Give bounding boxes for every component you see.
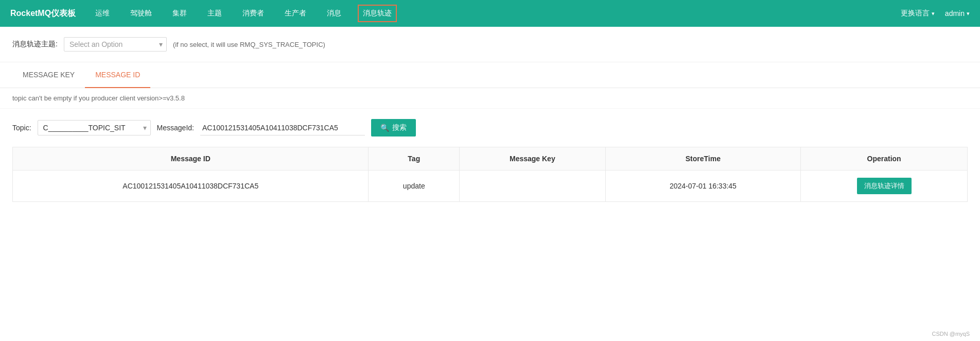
topic-label: Topic: (12, 124, 31, 132)
footer: CSDN @myqS (923, 329, 978, 339)
nav-item-jiqun[interactable]: 集群 (168, 1, 191, 26)
admin-chevron-icon: ▾ (967, 10, 970, 17)
topic-bar-label: 消息轨迹主题: (12, 40, 58, 49)
topic-value-select[interactable]: C__________TOPIC_SIT (38, 120, 151, 135)
nav-item-yunwei[interactable]: 运维 (91, 1, 114, 26)
nav-item-jiashicang[interactable]: 驾驶舱 (126, 1, 156, 26)
lang-chevron-icon: ▾ (932, 10, 935, 17)
footer-text: CSDN @myqS (932, 331, 970, 337)
notice-text: topic can't be empty if you producer cli… (12, 94, 185, 102)
results-table: Message ID Tag Message Key StoreTime Ope… (12, 147, 968, 202)
nav-items: 运维 驾驶舱 集群 主题 消费者 生产者 消息 消息轨迹 (91, 1, 901, 26)
nav-item-zhuti[interactable]: 主题 (203, 1, 226, 26)
table-header-row: Message ID Tag Message Key StoreTime Ope… (13, 147, 968, 170)
topic-bar: 消息轨迹主题: Select an Option (if no select, … (0, 27, 980, 62)
nav-item-shengchanzhe[interactable]: 生产者 (281, 1, 310, 26)
main-content: 消息轨迹主题: Select an Option (if no select, … (0, 27, 980, 341)
table-container: Message ID Tag Message Key StoreTime Ope… (0, 147, 980, 214)
cell-message-id: AC100121531405A10411038DCF731CA5 (13, 170, 369, 202)
messageid-label: MessageId: (157, 124, 194, 132)
topic-trace-select[interactable]: Select an Option (64, 37, 167, 52)
nav-item-xiaoxi[interactable]: 消息 (323, 1, 345, 26)
cell-operation: 消息轨迹详情 (801, 170, 968, 202)
tab-message-id[interactable]: MESSAGE ID (85, 62, 150, 88)
navbar: RocketMQ仪表板 运维 驾驶舱 集群 主题 消费者 生产者 消息 消息轨迹… (0, 0, 980, 27)
col-operation: Operation (801, 147, 968, 170)
admin-label: admin (945, 9, 965, 18)
admin-menu[interactable]: admin ▾ (945, 9, 970, 18)
col-message-id: Message ID (13, 147, 369, 170)
topic-hint: (if no select, it will use RMQ_SYS_TRACE… (173, 41, 325, 48)
brand-logo: RocketMQ仪表板 (10, 8, 76, 19)
lang-switcher[interactable]: 更换语言 ▾ (901, 9, 935, 18)
tabs-container: MESSAGE KEY MESSAGE ID (0, 62, 980, 88)
topic-input-wrapper: C__________TOPIC_SIT (38, 120, 151, 135)
col-store-time: StoreTime (605, 147, 801, 170)
search-button[interactable]: 🔍 搜索 (371, 119, 416, 137)
cell-tag: update (369, 170, 460, 202)
table-row: AC100121531405A10411038DCF731CA5 update … (13, 170, 968, 202)
search-icon: 🔍 (380, 124, 389, 132)
messageid-input[interactable] (200, 121, 365, 135)
lang-label: 更换语言 (901, 9, 930, 18)
navbar-right: 更换语言 ▾ admin ▾ (901, 9, 970, 18)
tab-message-key[interactable]: MESSAGE KEY (12, 62, 85, 88)
trace-detail-button[interactable]: 消息轨迹详情 (857, 178, 912, 194)
nav-item-xiaofeizhe[interactable]: 消费者 (238, 1, 268, 26)
cell-store-time: 2024-07-01 16:33:45 (605, 170, 801, 202)
nav-item-xiaoxiguitrace[interactable]: 消息轨迹 (358, 5, 397, 22)
col-message-key: Message Key (460, 147, 606, 170)
search-bar: Topic: C__________TOPIC_SIT MessageId: 🔍… (0, 109, 980, 147)
cell-message-key (460, 170, 606, 202)
notice-bar: topic can't be empty if you producer cli… (0, 88, 980, 109)
search-btn-label: 搜索 (392, 123, 407, 132)
topic-select-wrapper: Select an Option (64, 37, 167, 52)
table-body: AC100121531405A10411038DCF731CA5 update … (13, 170, 968, 202)
col-tag: Tag (369, 147, 460, 170)
